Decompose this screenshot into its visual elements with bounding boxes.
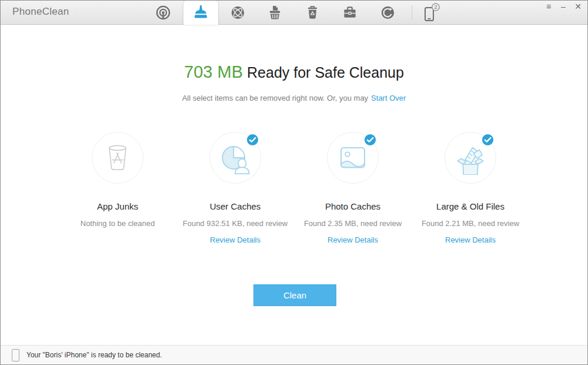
shredder-icon <box>267 5 283 21</box>
radar-icon <box>155 5 171 21</box>
app-junks-toggle[interactable] <box>92 132 143 184</box>
category-photo-caches: Photo Caches Found 2.35 MB, need review … <box>294 132 412 244</box>
check-badge[interactable] <box>246 133 259 147</box>
page-title: 703 MBReady for Safe Cleanup <box>1 25 587 83</box>
tab-app-shredder[interactable] <box>260 1 289 24</box>
category-label: User Caches <box>176 201 294 211</box>
phone-status-icon <box>12 349 19 361</box>
toolbar: PhoneClean <box>1 1 587 25</box>
subtitle: All select items can be removed right no… <box>1 94 587 102</box>
main-content: 703 MBReady for Safe Cleanup All select … <box>1 25 587 346</box>
device-phone-icon: 2 <box>420 2 441 22</box>
tab-recycle-bin[interactable] <box>298 1 327 24</box>
start-over-link[interactable]: Start Over <box>371 94 406 102</box>
check-badge[interactable] <box>363 133 377 147</box>
tab-device-phone[interactable]: 2 <box>416 1 445 24</box>
category-status: Nothing to be cleaned <box>59 219 176 228</box>
tab-toolbox[interactable] <box>335 1 365 24</box>
category-status: Found 2.21 MB, need review <box>412 219 529 228</box>
status-text: Your "Boris' iPhone" is ready to be clea… <box>26 351 162 359</box>
restore-icon <box>380 5 396 21</box>
menu-icon[interactable]: ≡ <box>544 1 553 12</box>
photo-caches-toggle[interactable] <box>327 132 379 184</box>
app-junks-icon <box>101 141 134 174</box>
category-label: Photo Caches <box>294 201 412 211</box>
statusbar: Your "Boris' iPhone" is ready to be clea… <box>1 345 587 364</box>
category-user-caches: User Caches Found 932.51 KB, need review… <box>176 132 294 244</box>
review-details-link[interactable]: Review Details <box>176 235 294 244</box>
category-status: Found 932.51 KB, need review <box>176 219 294 228</box>
review-details-link[interactable]: Review Details <box>294 235 412 244</box>
category-label: Large & Old Files <box>412 201 529 211</box>
review-details-link[interactable]: Review Details <box>412 235 529 244</box>
globe-icon <box>230 5 246 21</box>
large-old-files-toggle[interactable] <box>445 132 496 184</box>
device-count-badge: 2 <box>434 4 437 10</box>
category-row: App Junks Nothing to be cleaned <box>1 132 587 244</box>
category-label: App Junks <box>59 201 176 211</box>
tab-restore[interactable] <box>373 1 402 24</box>
toolbox-icon <box>342 5 358 21</box>
category-large-old-files: Large & Old Files Found 2.21 MB, need re… <box>412 132 529 244</box>
tab-radar-scan[interactable] <box>148 1 178 24</box>
tab-internet-data[interactable] <box>223 1 252 24</box>
minimize-button[interactable]: – <box>559 1 567 12</box>
category-status: Found 2.35 MB, need review <box>294 219 412 228</box>
app-title: PhoneClean <box>12 6 69 18</box>
close-button[interactable]: ✕ <box>574 1 582 12</box>
subtitle-text: All select items can be removed right no… <box>182 94 368 102</box>
cleanup-size: 703 MB <box>184 62 243 81</box>
user-caches-toggle[interactable] <box>209 132 261 184</box>
recycle-bin-icon <box>305 5 320 21</box>
cleanup-title-text: Ready for Safe Cleanup <box>247 64 404 81</box>
toolbar-separator <box>412 5 412 20</box>
broom-icon <box>192 4 209 21</box>
phoneclean-window: PhoneClean <box>0 0 588 365</box>
check-badge[interactable] <box>481 133 495 147</box>
clean-button[interactable]: Clean <box>253 284 336 306</box>
window-controls: ≡ – ✕ <box>544 1 582 12</box>
category-app-junks: App Junks Nothing to be cleaned <box>59 132 176 244</box>
tab-clean[interactable] <box>186 1 215 24</box>
